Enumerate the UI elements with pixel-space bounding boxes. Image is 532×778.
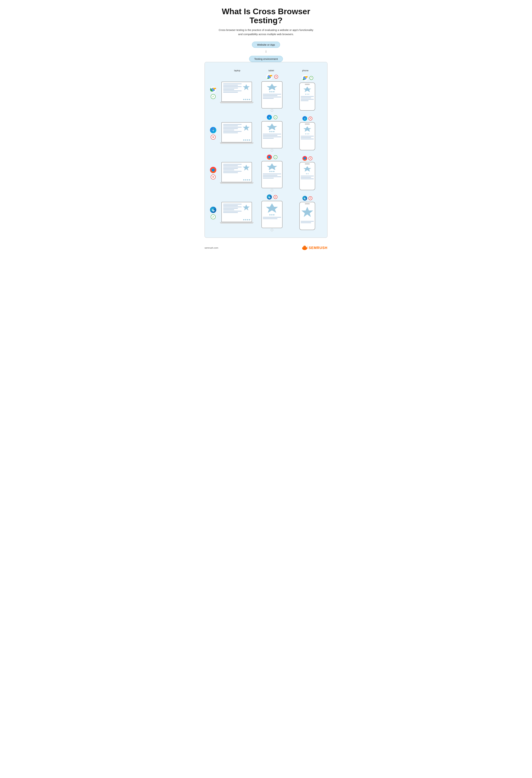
firefox-tablet-status: ✓ bbox=[274, 155, 278, 159]
chrome-icon-phone bbox=[301, 74, 308, 81]
website-or-app-pill-wrapper: Website or App bbox=[205, 42, 327, 48]
svg-point-58 bbox=[305, 247, 305, 247]
laptop-mockup-firefox bbox=[221, 162, 252, 184]
svg-marker-4 bbox=[243, 84, 250, 90]
page-title: What Is Cross Browser Testing? bbox=[205, 7, 327, 25]
svg-point-33 bbox=[304, 118, 305, 119]
safari-icon-phone bbox=[302, 116, 307, 121]
svg-point-23 bbox=[213, 130, 214, 131]
phone-mockup-chrome: ✓ bbox=[299, 74, 315, 110]
svg-marker-46 bbox=[303, 166, 311, 171]
laptop-mockup-safari bbox=[221, 122, 252, 144]
firefox-icon bbox=[210, 166, 217, 173]
star-icon-tablet bbox=[263, 83, 281, 90]
svg-marker-9 bbox=[267, 84, 277, 90]
phone-mockup-firefox: ✕ bbox=[299, 156, 315, 190]
firefox-icon-phone bbox=[302, 156, 307, 161]
device-header-laptop: laptop bbox=[220, 69, 254, 72]
svg-marker-29 bbox=[267, 124, 277, 130]
edge-icon-phone bbox=[302, 196, 307, 201]
browser-col-safari: ✕ bbox=[208, 127, 218, 140]
website-or-app-pill: Website or App bbox=[252, 42, 280, 48]
star-icon bbox=[242, 83, 250, 91]
star-icon bbox=[242, 164, 250, 172]
firefox-icon-tablet bbox=[267, 154, 272, 160]
tablet-mockup-edge: ✕ bbox=[261, 194, 283, 231]
chrome-laptop-status: ✓ bbox=[211, 94, 216, 99]
svg-point-41 bbox=[268, 156, 271, 158]
svg-marker-50 bbox=[266, 203, 278, 213]
browser-row-firefox: ✕ bbox=[208, 154, 324, 191]
star-icon bbox=[242, 204, 250, 212]
tablet-mockup-safari: ✓ bbox=[261, 114, 283, 152]
star-icon-phone bbox=[301, 86, 314, 92]
safari-tablet-status: ✓ bbox=[274, 115, 278, 119]
firefox-phone-status: ✕ bbox=[308, 156, 312, 160]
svg-point-8 bbox=[269, 76, 270, 78]
chrome-phone-status: ✓ bbox=[309, 76, 313, 80]
footer-url: semrush.com bbox=[205, 246, 218, 249]
svg-point-28 bbox=[269, 117, 270, 118]
svg-marker-14 bbox=[303, 87, 311, 92]
svg-point-59 bbox=[304, 247, 305, 248]
phone-mockup-edge: ✕ bbox=[299, 196, 315, 230]
safari-laptop-status: ✕ bbox=[211, 135, 216, 140]
testing-environment-pill: Testing environment bbox=[249, 56, 283, 62]
star-icon bbox=[242, 124, 250, 132]
arrow-down-icon: ↓ bbox=[205, 49, 327, 53]
semrush-brand-icon bbox=[302, 245, 308, 251]
chrome-icon bbox=[210, 86, 217, 93]
chrome-tablet-status: ✕ bbox=[274, 75, 278, 79]
tablet-device-chrome: ✕ bbox=[255, 73, 289, 112]
device-header-tablet: tablet bbox=[254, 69, 288, 72]
semrush-brand-name: SEMRUSH bbox=[309, 246, 327, 250]
svg-marker-38 bbox=[243, 165, 250, 171]
page-subtitle: Cross browser testing is the practice of… bbox=[205, 28, 327, 36]
browser-row-safari: ✕ bbox=[208, 114, 324, 152]
laptop-mockup-edge bbox=[221, 202, 252, 224]
device-headers: laptop tablet phone bbox=[208, 69, 324, 72]
phone-mockup-safari: ✕ bbox=[299, 116, 315, 150]
svg-point-3 bbox=[212, 89, 214, 90]
edge-phone-status: ✕ bbox=[308, 196, 312, 200]
svg-marker-34 bbox=[303, 126, 311, 132]
svg-point-57 bbox=[304, 247, 304, 247]
browser-row-chrome: ✓ bbox=[208, 73, 324, 112]
browser-row-edge: ✓ bbox=[208, 194, 324, 231]
svg-point-37 bbox=[212, 169, 215, 171]
chrome-icon-tablet bbox=[266, 73, 273, 80]
laptop-mockup-chrome bbox=[221, 82, 252, 103]
svg-marker-42 bbox=[267, 163, 277, 170]
svg-marker-48 bbox=[243, 205, 250, 211]
safari-phone-status: ✕ bbox=[308, 116, 312, 121]
browser-col-edge: ✓ bbox=[208, 206, 218, 219]
device-header-phone: phone bbox=[288, 69, 322, 72]
tablet-mockup-firefox: ✓ bbox=[261, 154, 283, 191]
svg-point-45 bbox=[304, 157, 306, 159]
svg-marker-24 bbox=[243, 125, 250, 131]
browser-col-firefox: ✕ bbox=[208, 166, 218, 179]
edge-icon bbox=[210, 206, 217, 213]
svg-marker-52 bbox=[301, 207, 313, 217]
safari-icon-tablet bbox=[267, 114, 272, 120]
testing-environment-box: laptop tablet phone ✓ bbox=[205, 62, 327, 238]
laptop-device-chrome bbox=[220, 82, 254, 103]
phone-device-chrome: ✓ bbox=[290, 74, 324, 110]
tablet-mockup-chrome: ✕ bbox=[261, 73, 283, 112]
svg-point-54 bbox=[303, 246, 306, 249]
env-pill-wrapper: Testing environment bbox=[205, 56, 327, 62]
browser-col-chrome: ✓ bbox=[208, 86, 218, 99]
svg-point-13 bbox=[304, 77, 306, 79]
safari-icon bbox=[210, 127, 217, 134]
edge-tablet-status: ✕ bbox=[274, 195, 278, 199]
edge-icon-tablet bbox=[267, 194, 272, 200]
edge-laptop-status: ✓ bbox=[211, 214, 216, 219]
firefox-laptop-status: ✕ bbox=[211, 174, 216, 179]
footer: semrush.com SEMRUSH bbox=[205, 243, 327, 251]
semrush-logo: SEMRUSH bbox=[302, 245, 327, 251]
